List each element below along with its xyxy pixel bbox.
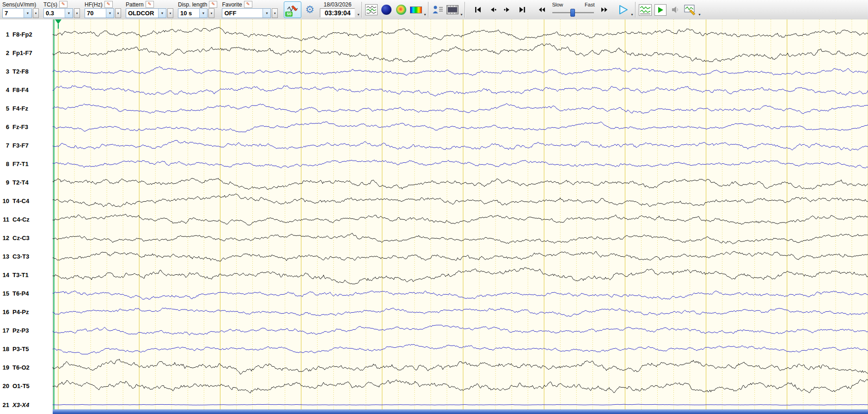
skip-to-end-button[interactable]	[515, 1, 530, 18]
channel-label-row-1[interactable]: 1F8-Fp2	[0, 30, 52, 39]
channel-name: Pz-P3	[12, 327, 29, 334]
channel-label-row-11[interactable]: 11C4-Cz	[0, 215, 52, 224]
channel-label-row-20[interactable]: 20O1-T5	[0, 382, 52, 391]
eeg-trace-t6-p4	[53, 291, 868, 300]
channel-label-row-13[interactable]: 13C3-T3	[0, 252, 52, 261]
auto-play-button[interactable]	[653, 1, 668, 18]
field-label-hf-hz: HF(Hz)	[85, 1, 103, 8]
edit-pencil-icon[interactable]: ✎	[244, 1, 252, 8]
stepper-button-tc-s[interactable]: ▾	[74, 8, 80, 18]
dropdown-arrow-icon[interactable]: ▼	[263, 9, 270, 18]
edit-pencil-icon[interactable]: ✎	[59, 1, 67, 8]
eeg-trace-o1-t5	[53, 379, 868, 393]
dropdown-arrow-icon[interactable]: ▼	[158, 9, 166, 18]
combo-value-hf-hz: 70	[85, 9, 106, 18]
brain-map-button[interactable]	[379, 1, 394, 18]
channel-label-row-10[interactable]: 10T4-C4	[0, 196, 52, 205]
channel-label-row-12[interactable]: 12Cz-C3	[0, 234, 52, 243]
stepper-button-sens-uv-mm[interactable]: ▾	[33, 8, 39, 18]
notch-filter-button[interactable]: 50	[284, 1, 301, 18]
channel-name: O1-T5	[12, 383, 30, 389]
fast-forward-button[interactable]	[597, 1, 612, 18]
chevron-down-icon[interactable]: ▾	[698, 13, 700, 17]
channel-label-row-9[interactable]: 9T2-T4	[0, 178, 52, 187]
channel-number: 18	[0, 346, 9, 352]
channel-label-row-15[interactable]: 15T6-P4	[0, 289, 52, 298]
gear-icon: ⚙	[306, 5, 315, 15]
combo-value-tc-s: 0.3	[44, 9, 65, 18]
channel-label-row-5[interactable]: 5F4-Fz	[0, 104, 52, 113]
combo-hf-hz[interactable]: 70▼	[85, 8, 114, 18]
channel-label-row-3[interactable]: 3T2-F8	[0, 67, 52, 76]
combo-favorite[interactable]: OFF▼	[222, 8, 271, 18]
channel-label-row-14[interactable]: 14T3-T1	[0, 271, 52, 280]
edit-pencil-icon[interactable]: ✎	[209, 1, 217, 8]
chevron-down-icon[interactable]: ▾	[460, 13, 462, 17]
channel-label-row-17[interactable]: 17Pz-P3	[0, 326, 52, 335]
combo-tc-s[interactable]: 0.3▼	[43, 8, 73, 18]
fast-rewind-button[interactable]	[534, 1, 549, 18]
topography-map-button[interactable]	[394, 1, 409, 18]
waveform-map-button[interactable]	[364, 1, 379, 18]
channel-name: F3-F7	[12, 142, 29, 149]
speed-slider: Slow Fast	[551, 0, 595, 18]
channel-label-row-6[interactable]: 6Fz-F3	[0, 122, 52, 131]
channel-label-row-2[interactable]: 2Fp1-F7	[0, 48, 52, 57]
toolbar-field-favorite: Favorite✎OFF▼▾	[222, 1, 278, 18]
channel-name: T2-T4	[12, 179, 29, 186]
step-forward-icon	[502, 6, 513, 14]
channel-label-row-16[interactable]: 16P4-Pz	[0, 308, 52, 317]
dropdown-arrow-icon[interactable]: ▼	[106, 9, 114, 18]
chevron-down-icon[interactable]: ▾	[631, 13, 633, 17]
dropdown-arrow-icon[interactable]: ▼	[199, 9, 207, 18]
channel-label-row-4[interactable]: 4F8-F4	[0, 85, 52, 94]
patient-info-button[interactable]	[430, 1, 445, 18]
slider-handle[interactable]	[570, 9, 575, 17]
channel-number: 1	[0, 31, 9, 38]
stepper-button-favorite[interactable]: ▾	[272, 8, 278, 18]
stepper-button-hf-hz[interactable]: ▾	[115, 8, 121, 18]
color-scale-button[interactable]	[409, 1, 423, 18]
timeline-bar[interactable]	[53, 409, 868, 414]
channel-label-row-19[interactable]: 19T6-O2	[0, 363, 52, 372]
channel-label-row-7[interactable]: 7F3-F7	[0, 141, 52, 150]
dropdown-arrow-icon[interactable]: ▼	[24, 9, 31, 18]
combo-sens-uv-mm[interactable]: 7▼	[2, 8, 32, 18]
stepper-button-disp-length[interactable]: ▾	[208, 8, 214, 18]
channel-name: T2-F8	[12, 68, 29, 75]
channel-label-row-18[interactable]: 18P3-T5	[0, 345, 52, 354]
channel-number: 6	[0, 124, 9, 130]
channel-number: 5	[0, 105, 9, 112]
trace-area[interactable]	[53, 19, 868, 409]
eeg-trace-t3-t1	[53, 267, 868, 284]
position-marker-icon[interactable]	[55, 19, 61, 24]
edit-pencil-icon[interactable]: ✎	[146, 1, 154, 8]
channel-label-row-21[interactable]: 21X3-X4	[0, 400, 52, 409]
dropdown-arrow-icon[interactable]: ▼	[65, 9, 73, 18]
eeg-trace-f8-fp2	[53, 27, 868, 41]
combo-disp-length[interactable]: 10 s▼	[178, 8, 208, 18]
video-button[interactable]	[445, 1, 460, 18]
step-forward-button[interactable]	[500, 1, 515, 18]
channel-label-row-8[interactable]: 8F7-T1	[0, 159, 52, 168]
edit-pencil-icon[interactable]: ✎	[104, 1, 113, 8]
chevron-down-icon[interactable]: ▾	[424, 13, 426, 17]
channel-number: 8	[0, 161, 9, 167]
chevron-down-icon[interactable]: ▾	[357, 13, 359, 17]
toolbar-fields: Sens(uV/mm)7▼▾TC(s)✎0.3▼▾HF(Hz)✎70▼▾Patt…	[0, 0, 280, 18]
combo-pattern[interactable]: OLDCOR▼	[126, 8, 166, 18]
video-icon	[446, 5, 458, 14]
audio-button[interactable]	[668, 1, 683, 18]
eeg-trace-f3-f7	[53, 140, 868, 150]
review-settings-button[interactable]	[683, 1, 698, 18]
datetime-display: 18/03/2026 03:39:04	[320, 1, 355, 18]
stepper-button-pattern[interactable]: ▾	[167, 8, 173, 18]
montage-settings-button[interactable]: ⚙	[302, 1, 317, 18]
step-back-button[interactable]	[485, 1, 500, 18]
channel-name: F8-Fp2	[12, 31, 32, 38]
channel-number: 12	[0, 235, 9, 241]
skip-to-start-button[interactable]	[471, 1, 485, 18]
play-button[interactable]	[616, 1, 630, 18]
eeg-trace-x3-x4	[53, 404, 868, 405]
trend-waves-button[interactable]	[637, 1, 653, 18]
